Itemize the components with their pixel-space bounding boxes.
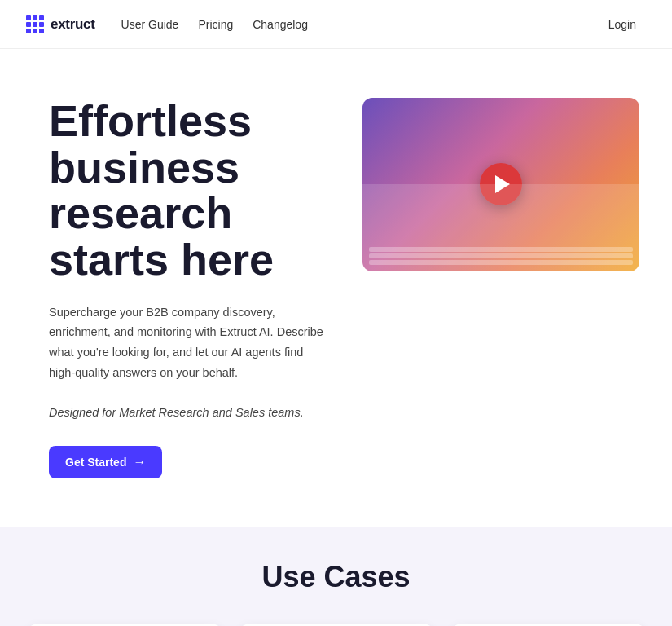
hero-subtext: Supercharge your B2B company discovery, … (49, 302, 330, 423)
hero-heading-line1: Effortless (49, 96, 252, 145)
login-button[interactable]: Login (599, 13, 646, 36)
hero-heading: Effortless business research starts here (49, 98, 330, 283)
logo-text: extruct (51, 16, 95, 33)
nav-link-changelog[interactable]: Changelog (253, 18, 308, 31)
hero-subtext-main: Supercharge your B2B company discovery, … (49, 306, 323, 379)
nav-link-userguide[interactable]: User Guide (121, 18, 179, 31)
card-competition-analysis: 🎯 Competition Analysis Stay ahead of com… (450, 624, 646, 626)
use-cases-section: Use Cases 📥 Lead Generation Feed your sa… (0, 527, 672, 626)
hero-section: Effortless business research starts here… (0, 49, 672, 527)
cards-grid: 📥 Lead Generation Feed your sales pipeli… (26, 624, 646, 626)
nav-links: User Guide Pricing Changelog (121, 17, 308, 32)
nav-link-pricing[interactable]: Pricing (198, 18, 233, 31)
hero-heading-line2: business research (49, 143, 239, 238)
get-started-button[interactable]: Get Started → (49, 446, 162, 478)
logo[interactable]: extruct (26, 15, 95, 33)
hero-subtext-italic: Designed for Market Research and Sales t… (49, 406, 304, 419)
nav-left: extruct User Guide Pricing Changelog (26, 15, 308, 33)
hero-image (362, 98, 639, 271)
get-started-label: Get Started (65, 456, 126, 469)
navbar: extruct User Guide Pricing Changelog Log… (0, 0, 672, 49)
video-thumbnail[interactable] (362, 98, 639, 271)
hero-heading-line3: starts here (49, 235, 274, 284)
card-lead-generation: 📥 Lead Generation Feed your sales pipeli… (27, 624, 222, 626)
table-row-fake-3 (369, 260, 633, 265)
arrow-icon: → (133, 455, 146, 470)
table-row-fake-1 (369, 247, 633, 252)
use-cases-title: Use Cases (26, 560, 646, 594)
card-market-research: 🔗 Market Research Get tailored market in… (239, 624, 434, 626)
video-overlay (362, 184, 639, 271)
hero-text: Effortless business research starts here… (49, 98, 330, 478)
logo-icon (26, 15, 44, 33)
table-row-fake-2 (369, 253, 633, 258)
